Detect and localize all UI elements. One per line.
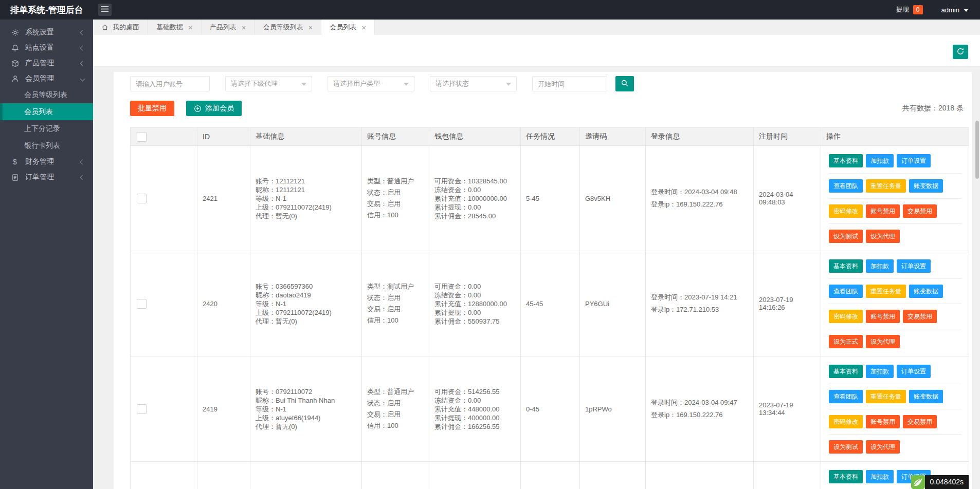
sidebar-item-score-records[interactable]: 上下分记录 xyxy=(0,120,93,137)
tab-basic-data[interactable]: 基础数据 × xyxy=(148,20,202,35)
chevron-down-icon xyxy=(964,9,969,14)
row-action-button[interactable]: 重置任务量 xyxy=(866,390,906,403)
row-action-button[interactable]: 账变数据 xyxy=(909,285,943,298)
cell-id: 2421 xyxy=(197,146,250,251)
row-action-button[interactable]: 交易禁用 xyxy=(903,415,937,428)
row-action-button[interactable]: 基本资料 xyxy=(829,365,863,378)
add-member-label: 添加会员 xyxy=(205,104,234,113)
close-icon[interactable]: × xyxy=(361,24,366,31)
sidebar-item-product-management[interactable]: 产品管理 xyxy=(0,55,93,71)
box-icon xyxy=(11,59,19,67)
row-action-button[interactable]: 设为代理 xyxy=(866,230,900,243)
chevron-down-icon xyxy=(506,83,511,88)
sidebar-item-order-management[interactable]: 订单管理 xyxy=(0,170,93,185)
row-action-button[interactable]: 重置任务量 xyxy=(866,179,906,193)
table-row: 2419账号：0792110072昵称：Bui Thi Thanh Nhan等级… xyxy=(131,356,969,462)
row-action-button[interactable]: 加扣款 xyxy=(866,259,894,273)
sidebar-item-label: 会员列表 xyxy=(24,107,53,117)
row-action-button[interactable]: 加扣款 xyxy=(866,154,894,167)
chevron-left-icon xyxy=(80,175,85,180)
cell-login-info xyxy=(646,462,754,489)
admin-app: 排单系统-管理后台 提现 0 admin xyxy=(0,0,980,489)
document-icon xyxy=(11,173,19,181)
table-row: 基本资料加扣款订单设置 xyxy=(131,462,969,489)
row-action-button[interactable]: 账号禁用 xyxy=(866,310,900,323)
refresh-button[interactable] xyxy=(953,45,968,59)
sidebar: 系统设置 站点设置 产品管理 xyxy=(0,20,93,489)
select-all-checkbox[interactable] xyxy=(137,132,147,142)
select-placeholder: 请选择状态 xyxy=(435,79,469,88)
sidebar-item-member-management[interactable]: 会员管理 xyxy=(0,71,93,86)
account-search-input[interactable] xyxy=(130,76,210,91)
chevron-left-icon xyxy=(80,160,85,165)
sidebar-item-site-settings[interactable]: 站点设置 xyxy=(0,40,93,55)
cell-register-time: 2023-07-19 14:16:26 xyxy=(754,251,821,356)
row-action-button[interactable]: 密码修改 xyxy=(829,204,863,218)
row-action-button[interactable]: 查看团队 xyxy=(829,179,863,193)
status-select[interactable]: 请选择状态 xyxy=(430,76,517,91)
sidebar-item-finance-management[interactable]: $ 财务管理 xyxy=(0,154,93,170)
sidebar-item-member-list[interactable]: 会员列表 xyxy=(0,103,93,120)
row-action-button[interactable]: 设为测试 xyxy=(829,230,863,243)
filter-row: 请选择下级代理 请选择用户类型 请选择状态 xyxy=(130,76,969,91)
row-action-button[interactable]: 账号禁用 xyxy=(866,415,900,428)
withdraw-menu[interactable]: 提现 0 xyxy=(896,5,923,14)
row-action-button[interactable]: 设为代理 xyxy=(866,440,900,454)
chevron-left-icon xyxy=(80,61,85,66)
vertical-scrollbar[interactable] xyxy=(975,121,979,179)
row-action-button[interactable]: 基本资料 xyxy=(829,154,863,167)
search-button[interactable] xyxy=(615,76,634,91)
close-icon[interactable]: × xyxy=(242,24,246,31)
sidebar-item-member-levels[interactable]: 会员等级列表 xyxy=(0,86,93,103)
row-action-button[interactable]: 交易禁用 xyxy=(903,310,937,323)
tab-my-desktop[interactable]: 我的桌面 xyxy=(93,20,148,35)
tab-member-list[interactable]: 会员列表 × xyxy=(321,20,375,35)
close-icon[interactable]: × xyxy=(308,24,313,31)
add-member-button[interactable]: 添加会员 xyxy=(186,101,242,116)
user-type-select[interactable]: 请选择用户类型 xyxy=(328,76,414,91)
cell-login-info: 登录时间：2024-03-04 09:48登录ip：169.150.222.76 xyxy=(646,146,754,251)
tab-member-levels[interactable]: 会员等级列表 × xyxy=(255,20,322,35)
row-action-button[interactable]: 重置任务量 xyxy=(866,285,906,298)
row-action-button[interactable]: 账变数据 xyxy=(909,390,943,403)
member-list-card: 请选择下级代理 请选择用户类型 请选择状态 xyxy=(114,72,972,489)
select-placeholder: 请选择下级代理 xyxy=(231,79,278,88)
tab-product-list[interactable]: 产品列表 × xyxy=(202,20,255,35)
row-action-button[interactable]: 订单设置 xyxy=(897,259,931,273)
row-action-button[interactable]: 基本资料 xyxy=(829,470,863,483)
row-action-button[interactable]: 查看团队 xyxy=(829,390,863,403)
sidebar-item-label: 银行卡列表 xyxy=(24,141,60,151)
withdraw-count-badge: 0 xyxy=(913,5,923,14)
row-checkbox[interactable] xyxy=(137,194,147,203)
row-action-button[interactable]: 设为正式 xyxy=(829,335,863,348)
close-icon[interactable]: × xyxy=(188,24,193,31)
cell-wallet-info: 可用资金：514256.55冻结资金：0.00累计充值：448000.00累计提… xyxy=(429,356,521,462)
batch-disable-button[interactable]: 批量禁用 xyxy=(130,101,174,116)
user-dropdown[interactable]: admin xyxy=(941,6,969,14)
row-action-button[interactable]: 基本资料 xyxy=(829,259,863,273)
row-action-button[interactable]: 账变数据 xyxy=(909,179,943,193)
row-action-button[interactable]: 密码修改 xyxy=(829,310,863,323)
row-action-button[interactable]: 交易禁用 xyxy=(903,204,937,218)
row-action-button[interactable]: 订单设置 xyxy=(897,365,931,378)
cell-basic-info: 账号：0366597360昵称：daotao2419等级：N-1上级：07921… xyxy=(250,251,362,356)
sidebar-item-system-settings[interactable]: 系统设置 xyxy=(0,25,93,40)
agent-select[interactable]: 请选择下级代理 xyxy=(225,76,312,91)
row-action-button[interactable]: 查看团队 xyxy=(829,285,863,298)
row-action-button[interactable]: 密码修改 xyxy=(829,415,863,428)
row-checkbox[interactable] xyxy=(137,404,147,414)
start-time-input[interactable] xyxy=(532,76,607,91)
row-action-button[interactable]: 设为测试 xyxy=(829,440,863,454)
row-action-button[interactable]: 加扣款 xyxy=(866,365,894,378)
column-header: 账号信息 xyxy=(362,128,429,146)
row-action-button[interactable]: 账号禁用 xyxy=(866,204,900,218)
row-checkbox[interactable] xyxy=(137,299,147,309)
cell-basic-info: 账号：0792110072昵称：Bui Thi Thanh Nhan等级：N-1… xyxy=(250,356,362,462)
row-action-button[interactable]: 订单设置 xyxy=(897,154,931,167)
cell-task-status: 5-45 xyxy=(521,146,580,251)
cell-actions: 基本资料加扣款订单设置查看团队重置任务量账变数据密码修改账号禁用交易禁用设为测试… xyxy=(821,356,969,462)
row-action-button[interactable]: 设为代理 xyxy=(866,335,900,348)
sidebar-item-bank-cards[interactable]: 银行卡列表 xyxy=(0,137,93,154)
row-action-button[interactable]: 加扣款 xyxy=(866,470,894,483)
sidebar-toggle-button[interactable] xyxy=(98,4,112,16)
